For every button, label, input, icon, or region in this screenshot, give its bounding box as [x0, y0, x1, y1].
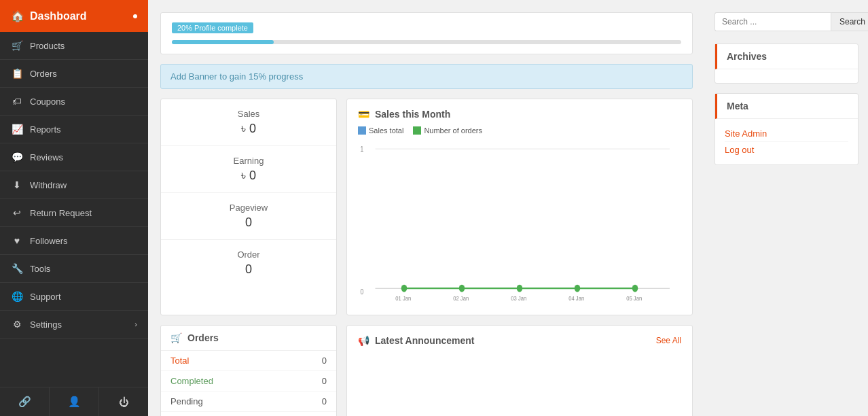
meta-content: Site Admin Log out [715, 119, 858, 164]
sidebar-item-support[interactable]: 🌐 Support [0, 283, 148, 311]
legend-sales-total: Sales total [358, 126, 403, 135]
legend-orders-label: Number of orders [424, 126, 482, 135]
power-button[interactable]: ⏻ [99, 387, 148, 416]
svg-text:04 Jan: 04 Jan [568, 294, 584, 302]
stat-pageview: Pageview 0 [161, 193, 336, 240]
profile-bar-container: 20% Profile complete [160, 12, 693, 54]
products-icon: 🛒 [11, 40, 23, 51]
legend-green-color [413, 126, 421, 135]
sidebar-item-reviews[interactable]: 💬 Reviews [0, 143, 148, 171]
orders-panel-header: 🛒 Orders [161, 326, 336, 351]
stat-earning: Earning ৳ 0 [161, 146, 336, 193]
external-link-icon: 🔗 [18, 396, 31, 408]
stats-panel: Sales ৳ 0 Earning ৳ 0 Pageview 0 Order 0 [160, 99, 337, 315]
announcement-title: 📢 Latest Announcement [358, 335, 475, 346]
stat-earning-label: Earning [172, 156, 325, 166]
chart-panel: 💳 Sales this Month Sales total Number of… [346, 99, 693, 315]
stat-sales-value: ৳ 0 [172, 122, 325, 136]
see-all-link[interactable]: See All [656, 336, 681, 345]
sidebar-item-return-request[interactable]: ↩ Return Request [0, 199, 148, 227]
order-row-completed: Completed 0 [161, 371, 336, 392]
archives-title: Archives [715, 44, 858, 69]
svg-point-7 [575, 285, 581, 292]
cart-icon: 🛒 [170, 332, 182, 343]
sidebar-item-coupons[interactable]: 🏷 Coupons [0, 88, 148, 116]
banner-message: Add Banner to gain 15% progress [160, 64, 693, 89]
user-profile-button[interactable]: 👤 [50, 387, 99, 416]
stat-sales-label: Sales [172, 109, 325, 119]
withdraw-icon: ⬇ [11, 179, 23, 190]
stat-order-label: Order [172, 249, 325, 260]
svg-text:01 Jan: 01 Jan [395, 294, 411, 302]
chart-icon: 💳 [358, 109, 369, 120]
legend-blue-color [358, 126, 366, 135]
orders-icon: 📋 [11, 68, 23, 79]
followers-icon: ♥ [11, 235, 23, 246]
legend-num-orders: Number of orders [413, 126, 482, 135]
svg-point-8 [632, 285, 638, 292]
chart-legend: Sales total Number of orders [358, 126, 681, 135]
orders-panel: 🛒 Orders Total 0 Completed 0 Pending 0 P… [160, 325, 337, 416]
svg-text:02 Jan: 02 Jan [453, 294, 469, 302]
orders-panel-title: Orders [187, 332, 219, 343]
sidebar-item-label: Reviews [30, 152, 63, 162]
svg-text:1: 1 [360, 145, 363, 153]
stat-pageview-value: 0 [172, 215, 325, 230]
svg-point-5 [459, 285, 465, 292]
power-icon: ⏻ [119, 396, 129, 408]
reports-icon: 📈 [11, 124, 23, 135]
profile-progress-track [172, 40, 681, 44]
sidebar-item-products[interactable]: 🛒 Products [0, 32, 148, 60]
sidebar-item-dashboard[interactable]: 🏠 Dashboard [0, 0, 148, 32]
sidebar-item-reports[interactable]: 📈 Reports [0, 116, 148, 143]
announcement-title-text: Latest Announcement [375, 335, 475, 346]
announcement-icon: 📢 [358, 335, 369, 346]
sidebar-item-label: Orders [30, 69, 57, 79]
order-value-completed: 0 [322, 376, 327, 386]
external-link-button[interactable]: 🔗 [0, 387, 50, 416]
archives-content [715, 69, 858, 83]
dashboard-label: Dashboard [30, 10, 87, 22]
announcement-header: 📢 Latest Announcement See All [358, 335, 681, 346]
stat-pageview-label: Pageview [172, 203, 325, 213]
stat-earning-value: ৳ 0 [172, 169, 325, 183]
tools-icon: 🔧 [11, 263, 23, 274]
sidebar-item-orders[interactable]: 📋 Orders [0, 60, 148, 88]
profile-progress-fill [172, 40, 274, 44]
order-value-pending: 0 [322, 396, 327, 406]
sidebar-item-label: Coupons [30, 97, 65, 107]
log-out-link[interactable]: Log out [725, 142, 848, 158]
search-input[interactable] [715, 12, 831, 31]
return-icon: ↩ [11, 207, 23, 218]
sidebar-item-label: Withdraw [30, 180, 67, 190]
site-admin-link[interactable]: Site Admin [725, 126, 848, 142]
sidebar-item-followers[interactable]: ♥ Followers [0, 227, 148, 255]
stat-order-value: 0 [172, 262, 325, 277]
coupons-icon: 🏷 [11, 96, 23, 107]
order-label-total: Total [170, 356, 189, 366]
sidebar-item-tools[interactable]: 🔧 Tools [0, 255, 148, 283]
sidebar-item-withdraw[interactable]: ⬇ Withdraw [0, 171, 148, 199]
sales-chart: 1 0 01 Jan 02 Jan 03 Jan 04 Jan 05 Jan [358, 140, 681, 303]
stat-sales: Sales ৳ 0 [161, 99, 336, 146]
order-row-pending: Pending 0 [161, 392, 336, 412]
chart-header: 💳 Sales this Month [358, 109, 681, 120]
archives-section: Archives [715, 44, 858, 84]
order-label-pending: Pending [170, 396, 203, 406]
chevron-right-icon: › [134, 320, 137, 328]
settings-icon: ⚙ [11, 319, 23, 330]
orders-announce-row: 🛒 Orders Total 0 Completed 0 Pending 0 P… [160, 325, 693, 416]
sidebar-item-settings[interactable]: ⚙ Settings › [0, 311, 148, 339]
sidebar-item-label: Return Request [30, 208, 92, 218]
user-icon: 👤 [68, 396, 81, 408]
stat-order: Order 0 [161, 240, 336, 286]
order-row-total: Total 0 [161, 351, 336, 371]
order-row-processing: Processing 0 [161, 412, 336, 416]
profile-bar-label: 20% Profile complete [172, 22, 253, 33]
active-indicator [133, 14, 137, 18]
search-button[interactable]: Search [831, 12, 868, 31]
sidebar-footer: 🔗 👤 ⏻ [0, 387, 148, 416]
svg-text:0: 0 [360, 288, 363, 296]
right-sidebar: Search Archives Meta Site Admin Log out [705, 0, 868, 416]
chart-title: Sales this Month [375, 109, 450, 120]
